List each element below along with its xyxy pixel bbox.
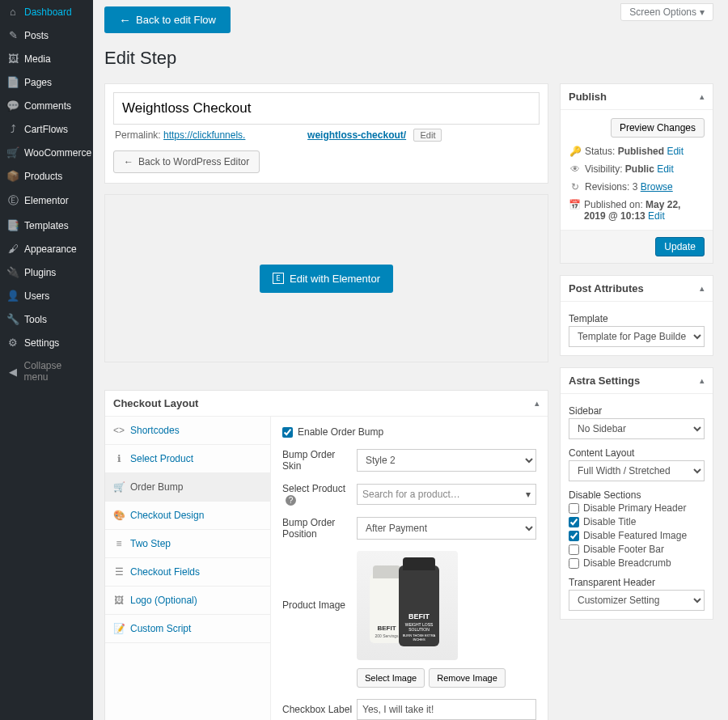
main-content: Screen Options ←Back to edit Flow Edit S… — [93, 0, 728, 720]
disable-footer-bar-checkbox[interactable] — [569, 544, 579, 555]
sidebar-item-tools[interactable]: 🔧Tools — [0, 307, 93, 331]
permalink-slug-link[interactable]: weightloss-checkout/ — [307, 129, 406, 141]
update-button[interactable]: Update — [655, 237, 705, 256]
fields-icon: ☰ — [113, 566, 125, 578]
tools-icon: 🔧 — [6, 313, 19, 325]
bump-skin-select[interactable]: Style 2 — [357, 449, 536, 472]
comments-icon: 💬 — [6, 100, 19, 112]
publish-panel: Publish▴ Preview Changes 🔑Status: Publis… — [560, 83, 713, 264]
appearance-icon: 🖌 — [6, 243, 19, 255]
remove-image-button[interactable]: Remove Image — [429, 668, 506, 688]
sidebar-item-comments[interactable]: 💬Comments — [0, 94, 93, 117]
edit-with-elementor-button[interactable]: EEdit with Elementor — [260, 265, 393, 293]
transparent-header-select[interactable]: Customizer Setting — [569, 590, 705, 611]
cart-icon: 🛒 — [113, 481, 125, 493]
users-icon: 👤 — [6, 290, 19, 302]
panel-toggle-icon[interactable]: ▴ — [700, 283, 705, 294]
select-image-button[interactable]: Select Image — [357, 668, 425, 688]
permalink-row: Permalink: https://clickfunnels. weightl… — [113, 125, 540, 150]
tab-checkout-design[interactable]: 🎨Checkout Design — [105, 502, 270, 530]
templates-icon: 📑 — [6, 219, 19, 231]
collapse-icon: ◀ — [6, 366, 19, 378]
preview-changes-button[interactable]: Preview Changes — [611, 118, 705, 138]
bump-position-select[interactable]: After Payment — [357, 517, 536, 540]
tab-checkout-fields[interactable]: ☰Checkout Fields — [105, 558, 270, 587]
tab-shortcodes[interactable]: <>Shortcodes — [105, 417, 270, 445]
back-to-wp-editor-button[interactable]: ←Back to WordPress Editor — [113, 150, 260, 173]
elementor-icon: E — [273, 273, 284, 284]
post-attributes-panel: Post Attributes▴ Template Template for P… — [560, 275, 713, 356]
arrow-left-icon: ← — [124, 156, 133, 167]
panel-toggle-icon[interactable]: ▴ — [535, 398, 540, 409]
sidebar-item-cartflows[interactable]: ⤴CartFlows — [0, 117, 93, 141]
tab-two-step[interactable]: ≡Two Step — [105, 530, 270, 558]
astra-settings-panel: Astra Settings▴ Sidebar No Sidebar Conte… — [560, 367, 713, 620]
checkout-layout-panel: Checkout Layout▴ <>Shortcodes ℹSelect Pr… — [104, 390, 548, 720]
disable-primary-header-checkbox[interactable] — [569, 503, 579, 514]
sidebar-item-woocommerce[interactable]: 🛒WooCommerce — [0, 141, 93, 164]
sidebar-item-dashboard[interactable]: ⌂Dashboard — [0, 0, 93, 23]
script-icon: 📝 — [113, 623, 125, 634]
sidebar-item-plugins[interactable]: 🔌Plugins — [0, 260, 93, 284]
revisions-icon: ↻ — [569, 181, 582, 193]
design-icon: 🎨 — [113, 510, 125, 521]
sidebar-item-users[interactable]: 👤Users — [0, 284, 93, 307]
back-to-flow-button[interactable]: ←Back to edit Flow — [104, 6, 231, 33]
tab-logo[interactable]: 🖼Logo (Optional) — [105, 587, 270, 615]
sidebar-item-elementor[interactable]: ⒺElementor — [0, 188, 93, 214]
edit-visibility-link[interactable]: Edit — [657, 163, 674, 175]
code-icon: <> — [113, 425, 125, 436]
title-panel: Permalink: https://clickfunnels. weightl… — [104, 83, 548, 184]
sidebar-item-collapse[interactable]: ◀Collapse menu — [0, 354, 93, 388]
disable-title-checkbox[interactable] — [569, 517, 579, 527]
info-icon: ℹ — [113, 453, 125, 464]
help-icon[interactable]: ? — [286, 495, 296, 506]
screen-options-button[interactable]: Screen Options — [620, 3, 713, 21]
sidebar-item-templates[interactable]: 📑Templates — [0, 214, 93, 237]
plugins-icon: 🔌 — [6, 266, 19, 278]
disable-featured-image-checkbox[interactable] — [569, 531, 579, 541]
browse-revisions-link[interactable]: Browse — [641, 181, 673, 193]
select-product-search[interactable]: Search for a product… — [357, 484, 536, 505]
edit-date-link[interactable]: Edit — [648, 210, 665, 222]
panel-toggle-icon[interactable]: ▴ — [700, 91, 705, 102]
tab-custom-script[interactable]: 📝Custom Script — [105, 615, 270, 643]
admin-sidebar: ⌂Dashboard ✎Posts 🖼Media 📄Pages 💬Comment… — [0, 0, 93, 720]
disable-breadcrumb-checkbox[interactable] — [569, 558, 579, 569]
image-icon: 🖼 — [113, 595, 125, 606]
edit-slug-button[interactable]: Edit — [413, 129, 442, 142]
product-image-preview: BEFIT200 Servings BEFITWEIGHT LOSS SOLUT… — [357, 551, 458, 660]
key-icon: 🔑 — [569, 146, 582, 157]
astra-sidebar-select[interactable]: No Sidebar — [569, 418, 705, 439]
elementor-icon: Ⓔ — [6, 193, 19, 208]
sidebar-item-appearance[interactable]: 🖌Appearance — [0, 237, 93, 260]
astra-content-select[interactable]: Full Width / Stretched — [569, 460, 705, 481]
steps-icon: ≡ — [113, 538, 125, 549]
tab-order-bump[interactable]: 🛒Order Bump — [105, 473, 270, 502]
cartflows-icon: ⤴ — [6, 123, 19, 135]
woocommerce-icon: 🛒 — [6, 146, 19, 159]
calendar-icon: 📅 — [569, 199, 581, 210]
panel-toggle-icon[interactable]: ▴ — [700, 375, 705, 386]
eye-icon: 👁 — [569, 163, 582, 175]
order-bump-form: Enable Order Bump Bump Order SkinStyle 2… — [271, 417, 548, 720]
enable-order-bump-checkbox[interactable] — [282, 427, 293, 438]
sidebar-item-products[interactable]: 📦Products — [0, 164, 93, 188]
checkout-layout-title: Checkout Layout — [113, 397, 198, 409]
checkbox-label-input[interactable] — [357, 699, 536, 720]
page-title: Edit Step — [104, 48, 713, 69]
permalink-base-link[interactable]: https://clickfunnels. — [163, 129, 245, 141]
pages-icon: 📄 — [6, 76, 19, 88]
dashboard-icon: ⌂ — [6, 6, 19, 18]
sidebar-item-posts[interactable]: ✎Posts — [0, 23, 93, 47]
edit-status-link[interactable]: Edit — [667, 146, 684, 157]
sidebar-item-media[interactable]: 🖼Media — [0, 47, 93, 70]
sidebar-item-settings[interactable]: ⚙Settings — [0, 331, 93, 354]
products-icon: 📦 — [6, 170, 19, 182]
step-title-input[interactable] — [113, 92, 540, 125]
tab-select-product[interactable]: ℹSelect Product — [105, 445, 270, 473]
posts-icon: ✎ — [6, 29, 19, 41]
template-select[interactable]: Template for Page Builders — [569, 326, 705, 347]
sidebar-item-pages[interactable]: 📄Pages — [0, 70, 93, 94]
settings-icon: ⚙ — [6, 337, 19, 349]
